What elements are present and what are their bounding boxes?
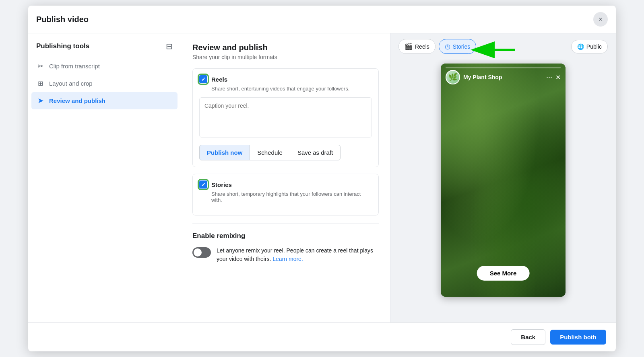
checkmark-icon: ✓ bbox=[201, 182, 206, 188]
checkmark-icon: ✓ bbox=[201, 76, 206, 82]
privacy-icon: 🌐 bbox=[577, 43, 584, 50]
reels-checkbox[interactable]: ✓ bbox=[199, 75, 207, 83]
plant-background bbox=[441, 64, 566, 297]
phone-menu-icon[interactable]: ··· bbox=[546, 73, 552, 82]
reels-label: Reels bbox=[211, 76, 227, 83]
sidebar-item-review-and-publish[interactable]: ➤ Review and publish bbox=[31, 92, 178, 109]
schedule-button[interactable]: Schedule bbox=[250, 145, 290, 160]
save-as-draft-button[interactable]: Save as draft bbox=[290, 145, 341, 160]
stories-tab-label: Stories bbox=[453, 43, 471, 50]
stories-section: ✓ Stories Share short, temporary highlig… bbox=[192, 174, 379, 215]
publish-both-button[interactable]: Publish both bbox=[550, 330, 606, 345]
section-title: Review and publish bbox=[192, 43, 379, 52]
publish-video-modal: Publish video × Publishing tools ⊟ ✂ Cli… bbox=[28, 6, 616, 351]
modal-body: Publishing tools ⊟ ✂ Clip from transcrip… bbox=[28, 33, 616, 322]
sidebar-item-label: Clip from transcript bbox=[49, 63, 100, 70]
tab-stories[interactable]: ◷ Stories bbox=[439, 39, 477, 54]
action-buttons: Publish now Schedule Save as draft bbox=[199, 145, 372, 160]
preview-content: 🌿 My Plant Shop ··· ✕ See More bbox=[390, 60, 616, 322]
preview-panel: 🎬 Reels ◷ Stories 🌐 bbox=[390, 33, 616, 322]
remixing-description: Let anyone remix your reel. People can c… bbox=[217, 246, 379, 263]
remixing-row: Let anyone remix your reel. People can c… bbox=[192, 246, 379, 263]
phone-username: My Plant Shop bbox=[463, 74, 543, 80]
modal-header: Publish video × bbox=[28, 6, 616, 33]
reels-tab-icon: 🎬 bbox=[405, 43, 413, 50]
phone-close-icon[interactable]: ✕ bbox=[555, 74, 561, 81]
reels-section: ✓ Reels Share short, entertaining videos… bbox=[192, 68, 379, 167]
phone-progress-bar bbox=[446, 67, 561, 68]
sidebar-header: Publishing tools ⊟ bbox=[28, 41, 181, 57]
see-more-button[interactable]: See More bbox=[477, 266, 530, 281]
stories-description: Share short, temporary highlights that y… bbox=[199, 191, 372, 203]
remixing-section: Enable remixing Let anyone remix your re… bbox=[192, 224, 379, 263]
main-content: Review and publish Share your clip in mu… bbox=[181, 33, 390, 322]
reels-tab-label: Reels bbox=[415, 43, 429, 50]
back-button[interactable]: Back bbox=[511, 329, 545, 345]
section-subtitle: Share your clip in multiple formats bbox=[192, 54, 379, 60]
layout-icon: ⊞ bbox=[36, 80, 44, 87]
modal-footer: Back Publish both bbox=[28, 322, 616, 351]
learn-more-link[interactable]: Learn more. bbox=[272, 256, 303, 262]
privacy-label: Public bbox=[586, 43, 602, 50]
publish-now-button[interactable]: Publish now bbox=[199, 145, 250, 160]
phone-header: 🌿 My Plant Shop ··· ✕ bbox=[441, 70, 566, 84]
modal-title: Publish video bbox=[36, 15, 89, 24]
remixing-toggle[interactable] bbox=[192, 247, 211, 258]
privacy-button[interactable]: 🌐 Public bbox=[571, 40, 608, 53]
sidebar: Publishing tools ⊟ ✂ Clip from transcrip… bbox=[28, 33, 181, 322]
sidebar-item-clip-from-transcript[interactable]: ✂ Clip from transcript bbox=[28, 57, 181, 75]
sidebar-item-label: Review and publish bbox=[49, 97, 105, 104]
sidebar-item-label: Layout and crop bbox=[49, 80, 93, 87]
tab-reels[interactable]: 🎬 Reels bbox=[398, 39, 436, 54]
preview-tabs: 🎬 Reels ◷ Stories 🌐 bbox=[390, 33, 616, 60]
close-button[interactable]: × bbox=[593, 12, 608, 27]
arrow-icon: ➤ bbox=[36, 97, 44, 105]
stories-label: Stories bbox=[211, 181, 232, 188]
reels-description: Share short, entertaining videos that en… bbox=[199, 86, 372, 92]
stories-header: ✓ Stories bbox=[199, 181, 372, 189]
stories-tab-icon: ◷ bbox=[445, 43, 450, 50]
reels-header: ✓ Reels bbox=[199, 75, 372, 83]
caption-textarea[interactable] bbox=[199, 97, 372, 137]
layout-toggle-icon[interactable]: ⊟ bbox=[166, 41, 173, 51]
stories-checkbox[interactable]: ✓ bbox=[199, 181, 207, 189]
scissors-icon: ✂ bbox=[36, 62, 44, 70]
avatar: 🌿 bbox=[446, 70, 460, 84]
phone-preview: 🌿 My Plant Shop ··· ✕ See More bbox=[441, 64, 566, 297]
sidebar-title: Publishing tools bbox=[36, 42, 89, 50]
sidebar-item-layout-and-crop[interactable]: ⊞ Layout and crop bbox=[28, 75, 181, 92]
remixing-title: Enable remixing bbox=[192, 232, 379, 240]
